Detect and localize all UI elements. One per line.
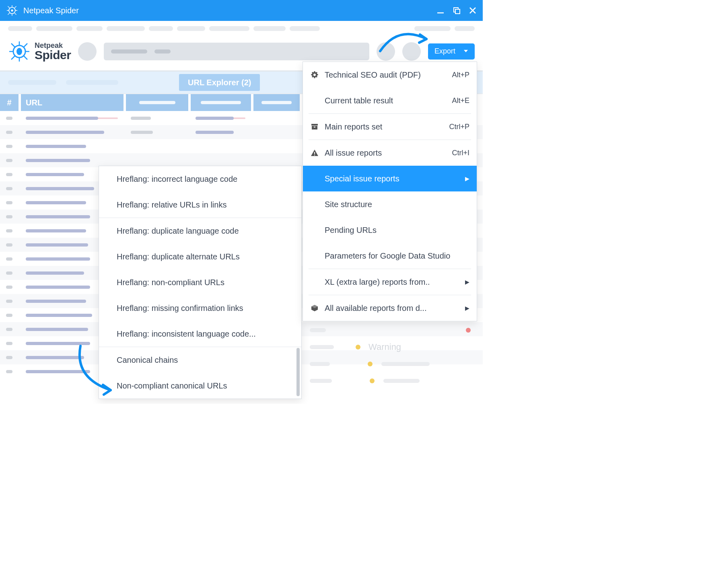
export-menu-item[interactable]: All available reports from d...▶ <box>303 295 477 321</box>
export-menu-item[interactable]: Site structure <box>303 191 477 217</box>
toolbar-button-placeholder[interactable] <box>78 42 97 61</box>
col-placeholder-5[interactable] <box>253 94 300 111</box>
spider-logo-icon <box>8 40 31 63</box>
svg-point-5 <box>16 48 22 55</box>
chevron-down-icon <box>463 47 468 56</box>
chevron-right-icon: ▶ <box>465 279 469 285</box>
menu-item-label: All issue reports <box>325 148 446 158</box>
menu-item-label: Special issue reports <box>325 174 459 183</box>
export-button[interactable]: Export <box>428 43 475 60</box>
svg-rect-10 <box>314 155 315 156</box>
toolbar-button-placeholder-2[interactable] <box>377 42 395 61</box>
svg-rect-3 <box>455 9 460 14</box>
export-menu-item[interactable]: XL (extra large) reports from..▶ <box>303 269 477 295</box>
submenu-item[interactable]: Hreflang: duplicate alternate URLs <box>99 244 301 269</box>
submenu-item[interactable]: Hreflang: duplicate language code <box>99 218 301 244</box>
warning-label: Warning <box>368 342 401 352</box>
toolbar-button-placeholder-3[interactable] <box>402 42 421 61</box>
chevron-right-icon: ▶ <box>465 175 469 182</box>
submenu-item[interactable]: Hreflang: non-compliant URLs <box>99 269 301 295</box>
menu-item-label: XL (extra large) reports from.. <box>325 278 459 287</box>
title-bar: Netpeak Spider <box>0 0 483 21</box>
window-controls <box>436 6 477 15</box>
menu-item-shortcut: Alt+P <box>452 71 469 79</box>
submenu-scrollbar[interactable] <box>296 348 300 396</box>
submenu-item[interactable]: Canonical chains <box>99 347 301 373</box>
window-title: Netpeak Spider <box>23 6 436 15</box>
menu-item-label: Technical SEO audit (PDF) <box>325 70 446 80</box>
export-dropdown-menu: Technical SEO audit (PDF)Alt+PCurrent ta… <box>303 62 477 321</box>
warning-icon <box>310 149 319 157</box>
url-input-placeholder[interactable] <box>104 43 369 60</box>
export-menu-item[interactable]: Main reports setCtrl+P <box>303 114 477 140</box>
export-menu-item[interactable]: Parameters for Google Data Studio <box>303 243 477 269</box>
submenu-item[interactable]: Hreflang: incorrect language code <box>99 166 301 192</box>
svg-rect-7 <box>312 126 317 130</box>
submenu-item[interactable]: Hreflang: relative URLs in links <box>99 192 301 218</box>
submenu-item[interactable]: Non-compliant canonical URLs <box>99 373 301 399</box>
submenu-item[interactable]: Hreflang: inconsistent language code... <box>99 321 301 347</box>
chevron-right-icon: ▶ <box>465 305 469 311</box>
brand-name-line2: Spider <box>35 49 71 61</box>
menu-item-label: Main reports set <box>325 122 443 132</box>
export-menu-item[interactable]: Special issue reports▶ <box>303 166 477 191</box>
brand-name-line1: Netpeak <box>35 42 71 49</box>
col-placeholder-4[interactable] <box>191 94 251 111</box>
right-panel-faded: Warning <box>310 322 471 389</box>
minimize-button[interactable] <box>436 6 445 15</box>
menu-item-label: All available reports from d... <box>325 304 459 313</box>
svg-rect-9 <box>314 152 315 154</box>
maximize-button[interactable] <box>452 6 461 15</box>
close-button[interactable] <box>468 6 477 15</box>
col-number[interactable]: # <box>0 94 19 111</box>
tab-url-explorer[interactable]: URL Explorer (2) <box>179 74 260 91</box>
menu-item-shortcut: Alt+E <box>452 97 469 105</box>
archive-icon <box>310 123 319 131</box>
gear-icon <box>310 71 319 79</box>
app-spider-icon <box>6 4 19 17</box>
menu-bar <box>0 21 483 32</box>
menu-item-label: Pending URLs <box>325 226 469 235</box>
special-issue-reports-submenu: Hreflang: incorrect language codeHreflan… <box>99 166 302 399</box>
export-button-label: Export <box>434 47 455 56</box>
menu-item-shortcut: Ctrl+P <box>449 123 469 131</box>
svg-rect-6 <box>311 124 318 125</box>
export-menu-item[interactable]: All issue reportsCtrl+I <box>303 140 477 166</box>
menu-item-shortcut: Ctrl+I <box>452 149 469 157</box>
submenu-item[interactable]: Hreflang: missing confirmation links <box>99 295 301 321</box>
menu-item-label: Current table result <box>325 96 446 105</box>
tab-label: URL Explorer (2) <box>188 78 251 87</box>
export-menu-item[interactable]: Current table resultAlt+E <box>303 88 477 113</box>
export-menu-item[interactable]: Technical SEO audit (PDF)Alt+P <box>303 62 477 88</box>
svg-rect-8 <box>314 127 315 127</box>
col-url[interactable]: URL <box>21 94 124 111</box>
col-placeholder-3[interactable] <box>126 94 188 111</box>
cube-icon <box>310 304 319 312</box>
menu-item-label: Parameters for Google Data Studio <box>325 251 469 261</box>
brand-logo: Netpeak Spider <box>8 40 71 63</box>
menu-item-label: Site structure <box>325 200 469 209</box>
svg-point-1 <box>11 9 13 11</box>
export-menu-item[interactable]: Pending URLs <box>303 217 477 243</box>
